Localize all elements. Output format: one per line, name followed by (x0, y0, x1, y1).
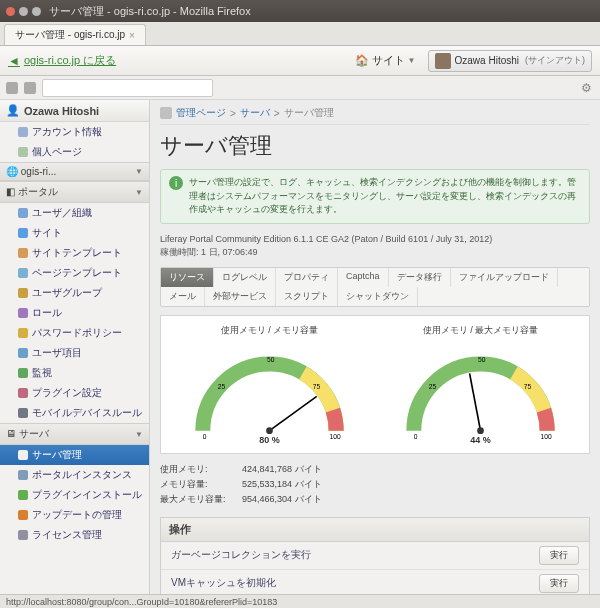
sidebar-server-item-3[interactable]: アップデートの管理 (0, 505, 149, 525)
signout-link[interactable]: (サインアウト) (525, 54, 585, 67)
nav-next-icon[interactable] (24, 82, 36, 94)
svg-point-13 (477, 427, 484, 434)
item-icon (18, 388, 28, 398)
execute-button[interactable]: 実行 (539, 574, 579, 593)
chevron-down-icon: ▼ (135, 430, 143, 439)
operations-panel: 操作 ガーベージコレクションを実行実行VMキャッシュを初期化実行クラスタ全体のキ… (160, 517, 590, 595)
item-label: ユーザグループ (32, 286, 102, 300)
sidebar-searchbar: ⚙ (0, 76, 600, 100)
svg-text:75: 75 (524, 383, 532, 390)
item-label: サイト (32, 226, 62, 240)
tab-3[interactable]: Captcha (338, 268, 389, 287)
tab-5[interactable]: ファイルアップロード (451, 268, 558, 287)
svg-text:100: 100 (330, 433, 341, 439)
item-label: ユーザ項目 (32, 346, 82, 360)
breadcrumb-current: サーバ管理 (284, 106, 334, 120)
sidebar-portal-item-8[interactable]: 監視 (0, 363, 149, 383)
maximize-window-icon[interactable] (32, 7, 41, 16)
item-label: ロール (32, 306, 62, 320)
sidebar-portal-item-2[interactable]: サイトテンプレート (0, 243, 149, 263)
tab-2[interactable]: プロパティ (276, 268, 338, 287)
mem-key: 最大メモリ容量: (160, 493, 230, 506)
chevron-down-icon: ▼ (135, 188, 143, 197)
nav-prev-icon[interactable] (6, 82, 18, 94)
item-icon (18, 288, 28, 298)
minimize-window-icon[interactable] (19, 7, 28, 16)
memory-row: 使用メモリ:424,841,768 バイト (160, 462, 590, 477)
portal-icon: ◧ (6, 186, 15, 197)
item-label: パスワードポリシー (32, 326, 122, 340)
browser-statusbar: http://localhost:8080/group/con...GroupI… (0, 594, 600, 608)
tab-8[interactable]: スクリプト (276, 287, 338, 306)
sidebar-portal-item-7[interactable]: ユーザ項目 (0, 343, 149, 363)
sidebar-server-item-0[interactable]: サーバ管理 (0, 445, 149, 465)
sidebar-portal-item-10[interactable]: モバイルデバイスルール (0, 403, 149, 423)
gauge-chart: 025 5075100 (380, 339, 581, 439)
back-label: ogis-ri.co.jp に戻る (24, 53, 116, 68)
item-icon (18, 348, 28, 358)
page-title: サーバ管理 (160, 131, 590, 161)
arrow-left-icon: ◄ (8, 54, 20, 68)
sidebar-user-header[interactable]: 👤 Ozawa Hitoshi (0, 100, 149, 122)
ops-label: ガーベージコレクションを実行 (171, 548, 311, 562)
memory-row: メモリ容量:525,533,184 バイト (160, 477, 590, 492)
chevron-down-icon: ▼ (408, 56, 416, 65)
sidebar-server-item-2[interactable]: プラグインインストール (0, 485, 149, 505)
tab-4[interactable]: データ移行 (389, 268, 451, 287)
svg-point-6 (266, 427, 273, 434)
item-icon (18, 268, 28, 278)
browser-tab[interactable]: サーバ管理 - ogis-ri.co.jp × (4, 24, 146, 45)
svg-text:100: 100 (541, 433, 552, 439)
status-url: http://localhost:8080/group/con...GroupI… (6, 597, 277, 607)
sidebar-server-item-1[interactable]: ポータルインスタンス (0, 465, 149, 485)
info-message: i サーバ管理の設定で、ログ、キャッシュ、検索インデクシングおよび他の機能を制御… (160, 169, 590, 224)
sidebar-portal-item-9[interactable]: プラグイン設定 (0, 383, 149, 403)
home-icon: 🏠 (355, 54, 369, 67)
tab-label: サーバ管理 - ogis-ri.co.jp (15, 28, 125, 42)
breadcrumb-admin[interactable]: 管理ページ (176, 106, 226, 120)
mem-val: 954,466,304 バイト (242, 493, 322, 506)
browser-tabbar: サーバ管理 - ogis-ri.co.jp × (0, 22, 600, 46)
sidebar-portal-item-1[interactable]: サイト (0, 223, 149, 243)
tab-9[interactable]: シャットダウン (338, 287, 418, 306)
gear-icon[interactable]: ⚙ (578, 80, 594, 96)
sidebar-portal-item-0[interactable]: ユーザ／組織 (0, 203, 149, 223)
info-icon: i (169, 176, 183, 190)
portal-toolbar: ◄ ogis-ri.co.jp に戻る 🏠 サイト ▼ Ozawa Hitosh… (0, 46, 600, 76)
mem-val: 424,841,768 バイト (242, 463, 322, 476)
close-window-icon[interactable] (6, 7, 15, 16)
sidebar-section-portal[interactable]: ◧ ポータル ▼ (0, 181, 149, 203)
item-icon (18, 408, 28, 418)
close-tab-icon[interactable]: × (129, 30, 135, 41)
window-title: サーバ管理 - ogis-ri.co.jp - Mozilla Firefox (49, 4, 251, 19)
site-menu[interactable]: 🏠 サイト ▼ (355, 53, 416, 68)
sidebar-user-item-1[interactable]: 個人ページ (0, 142, 149, 162)
sidebar-portal-item-6[interactable]: パスワードポリシー (0, 323, 149, 343)
version-text: Liferay Portal Community Edition 6.1.1 C… (160, 234, 590, 244)
sidebar-section-site[interactable]: 🌐 ogis-ri... ▼ (0, 162, 149, 181)
item-label: モバイルデバイスルール (32, 406, 142, 420)
sidebar-server-item-4[interactable]: ライセンス管理 (0, 525, 149, 545)
back-to-site-link[interactable]: ◄ ogis-ri.co.jp に戻る (8, 53, 116, 68)
tab-1[interactable]: ログレベル (214, 268, 276, 287)
search-input[interactable] (42, 79, 213, 97)
operations-header: 操作 (161, 518, 589, 542)
sidebar-portal-item-4[interactable]: ユーザグループ (0, 283, 149, 303)
breadcrumb-server[interactable]: サーバ (240, 106, 270, 120)
item-label: アップデートの管理 (32, 508, 122, 522)
execute-button[interactable]: 実行 (539, 546, 579, 565)
window-controls[interactable] (6, 7, 41, 16)
tab-7[interactable]: 外部サービス (205, 287, 276, 306)
sidebar-portal-item-3[interactable]: ページテンプレート (0, 263, 149, 283)
gauge-title: 使用メモリ / メモリ容量 (169, 324, 370, 337)
sidebar-user-item-0[interactable]: アカウント情報 (0, 122, 149, 142)
sidebar-section-server[interactable]: 🖥 サーバ ▼ (0, 423, 149, 445)
sidebar-portal-item-5[interactable]: ロール (0, 303, 149, 323)
item-label: サーバ管理 (32, 448, 82, 462)
breadcrumb: 管理ページ > サーバ > サーバ管理 (160, 106, 590, 125)
tab-6[interactable]: メール (161, 287, 205, 306)
svg-text:50: 50 (267, 356, 275, 363)
tab-0[interactable]: リソース (161, 268, 214, 287)
user-menu[interactable]: Ozawa Hitoshi (サインアウト) (428, 50, 592, 72)
mem-key: 使用メモリ: (160, 463, 230, 476)
